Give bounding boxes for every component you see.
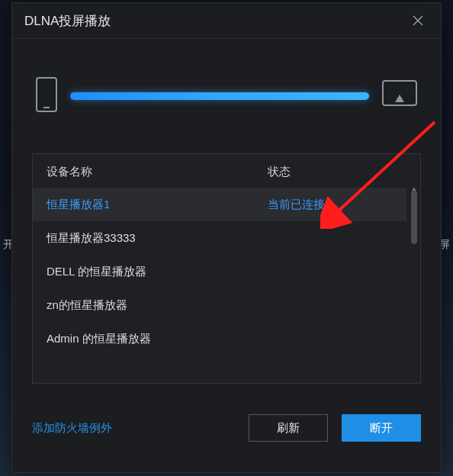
phone-icon: [35, 76, 58, 116]
disconnect-button-label: 断开: [370, 421, 393, 436]
dlna-cast-dialog: DLNA投屏播放 设备名称 状态: [11, 2, 442, 473]
column-header-name: 设备名称: [47, 165, 268, 179]
scroll-down-icon[interactable]: [411, 380, 417, 384]
device-name: zn的恒星播放器: [47, 298, 268, 313]
svg-rect-2: [37, 78, 56, 111]
screen-cast-icon: [381, 79, 418, 113]
device-name: Admin 的恒星播放器: [47, 332, 268, 346]
title-bar: DLNA投屏播放: [12, 3, 441, 39]
dialog-title: DLNA投屏播放: [24, 12, 111, 30]
refresh-button-label: 刷新: [277, 421, 300, 436]
scrollbar[interactable]: [411, 191, 417, 377]
scroll-up-icon[interactable]: [411, 182, 417, 188]
svg-marker-5: [395, 95, 404, 102]
dialog-footer: 添加防火墙例外 刷新 断开: [12, 399, 441, 472]
cast-progress-bar: [70, 92, 369, 100]
add-firewall-exception-link[interactable]: 添加防火墙例外: [32, 421, 112, 436]
close-icon: [412, 14, 424, 27]
device-row[interactable]: zn的恒星播放器: [33, 288, 406, 322]
device-row[interactable]: 恒星播放器33333: [33, 221, 406, 255]
device-list-body: 恒星播放器1 当前已连接 恒星播放器33333 DELL 的恒星播放器 zn的恒…: [33, 188, 406, 383]
device-row[interactable]: 恒星播放器1 当前已连接: [33, 188, 406, 221]
refresh-button[interactable]: 刷新: [249, 414, 328, 442]
disconnect-button[interactable]: 断开: [342, 414, 421, 442]
device-row[interactable]: DELL 的恒星播放器: [33, 255, 406, 288]
casting-graphic: [12, 39, 441, 153]
device-list-header: 设备名称 状态: [33, 154, 420, 187]
close-button[interactable]: [407, 10, 429, 31]
device-list-panel: 设备名称 状态 恒星播放器1 当前已连接 恒星播放器33333 DELL 的恒星…: [32, 153, 421, 384]
device-status: 当前已连接: [268, 198, 393, 212]
device-row[interactable]: Admin 的恒星播放器: [33, 322, 406, 355]
scrollbar-thumb[interactable]: [411, 191, 417, 244]
column-header-status: 状态: [268, 165, 406, 179]
footer-buttons: 刷新 断开: [249, 414, 421, 442]
device-name: 恒星播放器1: [47, 198, 268, 212]
device-name: DELL 的恒星播放器: [47, 265, 268, 279]
device-name: 恒星播放器33333: [47, 231, 268, 246]
